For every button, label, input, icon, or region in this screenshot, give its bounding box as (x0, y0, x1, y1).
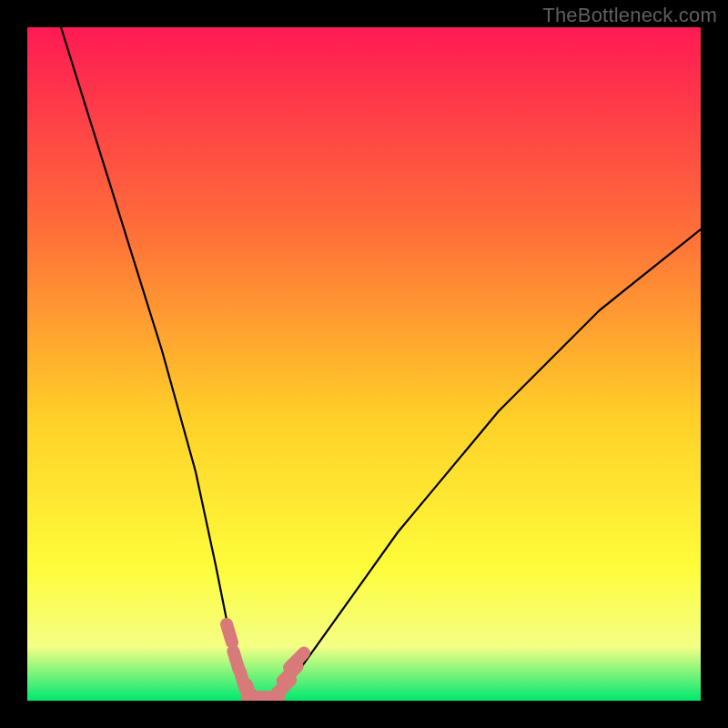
plot-area (27, 27, 701, 701)
watermark-text: TheBottleneck.com (542, 4, 717, 27)
chart-frame: TheBottleneck.com (0, 0, 728, 728)
marker-dash (227, 624, 232, 642)
gradient-background (27, 27, 701, 701)
chart-svg (27, 27, 701, 701)
